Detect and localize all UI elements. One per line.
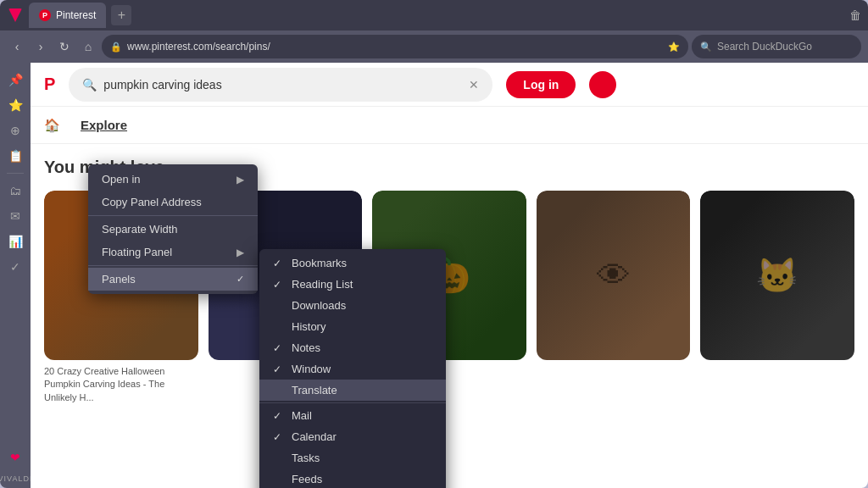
nav-bar: ‹ › ↻ ⌂ 🔒 www.pinterest.com/search/pins/… [0,30,868,63]
panel-downloads[interactable]: Downloads [259,295,446,316]
page-content: P 🔍 pumpkin carving ideas ✕ Log in 🏠 Exp… [31,63,868,488]
sidebar-bookmarks-icon[interactable]: 📌 [3,68,27,92]
search-bar[interactable]: 🔍 Search DuckDuckGo [692,35,861,58]
tab-favicon: P [39,9,51,21]
sidebar-vivaldi-icon[interactable]: ❤ [3,446,27,469]
panel-label: Calendar [292,430,337,443]
check-icon: ✓ [273,410,285,422]
panel-bookmarks[interactable]: ✓ Bookmarks [259,252,446,274]
panel-label: Reading List [292,278,353,291]
panel-reading-list[interactable]: ✓ Reading List [259,274,446,295]
back-button[interactable]: ‹ [7,36,27,57]
sidebar-folder-icon[interactable]: 🗂 [3,179,27,202]
panel-history[interactable]: History [259,316,446,337]
panel-label: History [292,320,326,333]
sidebar-add-icon[interactable]: ⊕ [3,119,27,142]
panel-notes[interactable]: ✓ Notes [259,337,446,358]
check-icon: ✓ [273,342,285,354]
context-menu: Open in ▶ Copy Panel Address Separate Wi… [88,164,258,294]
search-placeholder: Search DuckDuckGo [717,41,812,53]
panel-label: Translate [292,384,337,396]
panel-translate[interactable]: Translate [259,380,446,401]
panels-check-icon: ✓ [236,274,244,285]
trash-icon[interactable]: 🗑 [849,8,861,22]
sidebar-bottom: ❤ VIVALDI [0,446,32,483]
panel-label: Notes [292,341,320,354]
panel-label: Feeds [292,473,322,485]
panels-submenu: ✓ Bookmarks ✓ Reading List Downloads [259,249,446,488]
sidebar: 📌 ⭐ ⊕ 📋 🗂 ✉ 📊 ✓ ❤ VIVALDI [0,63,31,488]
sidebar-notes-icon[interactable]: 📋 [3,144,27,168]
new-tab-button[interactable]: + [111,5,131,25]
vivaldi-icon [7,7,24,24]
submenu-arrow-icon: ▶ [236,174,244,186]
check-icon: ✓ [273,363,285,375]
check-icon: ✓ [273,258,285,269]
browser-window: P Pinterest + 🗑 ‹ › ↻ ⌂ 🔒 www.pinterest.… [0,0,868,488]
vivaldi-label: VIVALDI [0,474,32,483]
panel-label: Tasks [292,452,320,464]
ctx-panels[interactable]: Panels ✓ [88,268,258,291]
panel-mail[interactable]: ✓ Mail [259,405,446,426]
panel-separator [259,402,446,403]
sidebar-chart-icon[interactable]: 📊 [3,230,27,253]
check-icon: ✓ [273,431,285,443]
active-tab[interactable]: P Pinterest [29,3,106,28]
ctx-open-in[interactable]: Open in ▶ [88,168,258,191]
sidebar-mail-icon[interactable]: ✉ [3,204,27,228]
tab-title: Pinterest [56,9,96,21]
tab-bar: P Pinterest + 🗑 [0,0,868,30]
submenu-arrow-icon-2: ▶ [236,247,244,258]
panel-label: Downloads [292,299,346,312]
address-bar[interactable]: 🔒 www.pinterest.com/search/pins/ ⭐ [102,35,688,58]
ctx-separate-width[interactable]: Separate Width [88,218,258,241]
sidebar-check-icon[interactable]: ✓ [3,255,27,279]
panel-label: Bookmarks [292,257,347,269]
ctx-separator-2 [88,265,258,266]
panel-window[interactable]: ✓ Window [259,358,446,380]
ctx-floating-panel[interactable]: Floating Panel ▶ [88,241,258,263]
main-area: 📌 ⭐ ⊕ 📋 🗂 ✉ 📊 ✓ ❤ VIVALDI P [0,63,868,488]
address-text: www.pinterest.com/search/pins/ [127,41,663,53]
check-icon: ✓ [273,279,285,291]
sidebar-divider [7,173,24,174]
panel-label: Mail [292,409,312,422]
panel-tasks[interactable]: Tasks [259,447,446,469]
home-button[interactable]: ⌂ [78,36,98,57]
sidebar-star-icon[interactable]: ⭐ [3,93,27,117]
ctx-copy-panel-address[interactable]: Copy Panel Address [88,191,258,214]
forward-button[interactable]: › [31,36,51,57]
ctx-separator [88,215,258,216]
refresh-button[interactable]: ↻ [54,36,75,57]
panel-calendar[interactable]: ✓ Calendar [259,426,446,447]
panel-feeds[interactable]: Feeds [259,469,446,488]
context-menu-overlay: Open in ▶ Copy Panel Address Separate Wi… [31,63,868,488]
panel-label: Window [292,363,331,375]
